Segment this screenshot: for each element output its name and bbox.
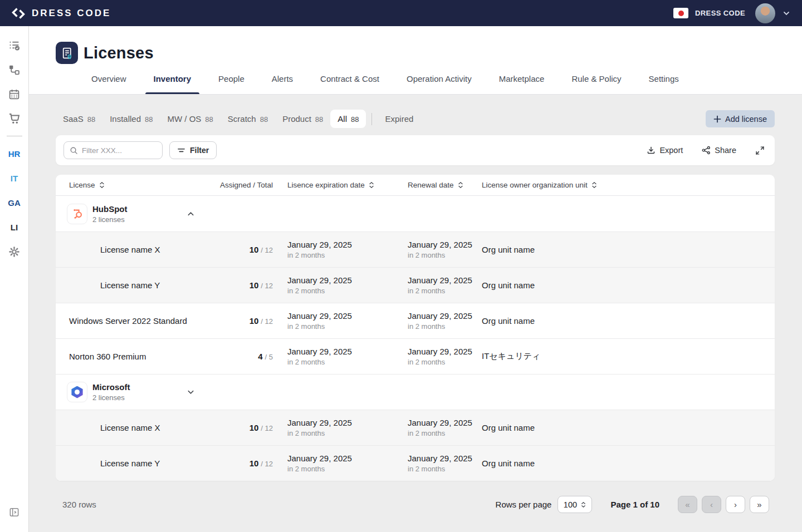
expiration-date: January 29, 2025in 2 months [273,454,407,473]
chevron-down-icon[interactable] [782,9,791,18]
org-unit: Org unit name [482,316,775,326]
vendor-name: HubSpot [92,204,127,214]
tab-alerts[interactable]: Alerts [263,73,301,94]
export-button[interactable]: Export [647,146,683,155]
assigned-total: 10/ 12 [212,423,273,432]
chevron-down-icon[interactable] [187,388,195,396]
plus-icon [713,115,721,123]
sidebar-module-ga[interactable]: GA [0,190,28,215]
tab-overview[interactable]: Overview [83,73,135,94]
expiration-date: January 29, 2025in 2 months [273,418,407,437]
table-toolbar: Filter Export Share [56,135,775,165]
tab-bar: Overview Inventory People Alerts Contrac… [56,73,802,94]
vendor-license-count: 2 licenses [92,215,127,224]
assigned-total: 10/ 12 [212,280,273,290]
table-row-license[interactable]: Norton 360 Premium 4/ 5 January 29, 2025… [56,338,775,374]
column-header-org-unit[interactable]: License owner organization unit [482,181,775,189]
vendor-name: Microsoft [92,382,130,392]
segment-scratch[interactable]: Scratch88 [221,110,275,128]
rows-per-page-select[interactable]: 100 [558,496,592,513]
vendor-license-count: 2 licenses [92,393,130,402]
org-switcher[interactable]: DRESS CODE [673,8,745,18]
tab-inventory[interactable]: Inventory [145,73,200,94]
assigned-total: 10/ 12 [212,459,273,468]
sidebar-module-li[interactable]: LI [0,215,28,239]
search-input[interactable] [82,146,157,155]
segment-divider [371,113,372,125]
segment-expired[interactable]: Expired [378,110,420,128]
table-row-license[interactable]: License name X 10/ 12 January 29, 2025in… [56,410,775,445]
hubspot-logo [67,204,87,224]
segment-mw-os[interactable]: MW / OS88 [160,110,221,128]
cart-icon[interactable] [0,106,28,131]
sort-icon [99,181,105,189]
sidebar-divider [7,136,22,136]
brand-name: DRESS CODE [32,8,111,19]
column-header-assigned-total: Assigned / Total [212,181,273,189]
tab-people[interactable]: People [210,73,253,94]
renewal-date: January 29, 2025in 2 months [407,347,482,366]
table-header-row: License Assigned / Total Lisence expirat… [56,175,775,196]
rows-per-page-label: Rows per page [496,500,552,509]
search-icon [70,146,78,155]
table-row-group-microsoft[interactable]: Microsoft 2 licenses [56,374,775,410]
sort-icon [457,181,464,189]
settings-gear-icon[interactable] [0,239,28,264]
share-button[interactable]: Share [702,146,736,155]
table-row-license[interactable]: License name Y 10/ 12 January 29, 2025in… [56,267,775,303]
segment-installed[interactable]: Installed88 [102,110,160,128]
task-list-icon[interactable] [0,33,28,57]
tab-settings[interactable]: Settings [640,73,687,94]
assigned-total: 10/ 12 [212,316,273,326]
segment-product[interactable]: Product88 [275,110,330,128]
table-row-license[interactable]: License name X 10/ 12 January 29, 2025in… [56,231,775,267]
segment-saas[interactable]: SaaS88 [56,110,102,128]
workflow-icon[interactable] [0,57,28,82]
filter-button[interactable]: Filter [169,141,217,159]
tab-operation-activity[interactable]: Operation Activity [398,73,480,94]
japan-flag-icon [673,8,688,18]
sidebar-module-hr[interactable]: HR [0,141,28,166]
filter-lines-icon [177,147,185,154]
expiration-date: January 29, 2025in 2 months [273,311,407,331]
renewal-date: January 29, 2025in 2 months [407,418,482,437]
add-license-button[interactable]: Add license [706,110,775,127]
table-row-group-hubspot[interactable]: HubSpot 2 licenses [56,196,775,231]
tab-marketplace[interactable]: Marketplace [491,73,553,94]
share-nodes-icon [702,146,711,155]
calendar-icon[interactable] [0,82,28,106]
org-unit: Org unit name [482,280,775,290]
tab-rule-policy[interactable]: Rule & Policy [563,73,629,94]
search-box[interactable] [63,141,163,159]
brand: DRESS CODE [11,6,111,21]
segment-all[interactable]: All88 [330,110,366,128]
microsoft-logo [67,382,87,402]
column-header-license[interactable]: License [56,181,212,189]
sort-icon [580,501,586,508]
inventory-segments: SaaS88 Installed88 MW / OS88 Scratch88 P… [56,110,420,128]
tab-contract-cost[interactable]: Contract & Cost [312,73,388,94]
chevron-up-icon[interactable] [187,210,195,218]
expiration-date: January 29, 2025in 2 months [273,275,407,295]
assigned-total: 4/ 5 [212,352,273,361]
org-unit: Org unit name [482,459,775,468]
first-page-button[interactable]: « [678,496,697,513]
renewal-date: January 29, 2025in 2 months [407,311,482,331]
sidebar-module-it[interactable]: IT [0,166,28,190]
avatar[interactable] [755,3,775,23]
collapse-sidebar-icon[interactable] [0,500,28,524]
fullscreen-expand-icon[interactable] [755,146,765,155]
last-page-button[interactable]: » [750,496,769,513]
licenses-table: License Assigned / Total Lisence expirat… [56,175,775,481]
column-header-expiration-date[interactable]: Lisence expiration date [273,181,407,189]
renewal-date: January 29, 2025in 2 months [407,275,482,295]
table-row-license[interactable]: Windows Server 2022 Standard 10/ 12 Janu… [56,303,775,338]
next-page-button[interactable]: › [726,496,745,513]
prev-page-button[interactable]: ‹ [702,496,721,513]
org-unit: Org unit name [482,423,775,432]
table-row-license[interactable]: License name Y 10/ 12 January 29, 2025in… [56,445,775,481]
rows-count: 320 rows [62,500,96,509]
expiration-date: January 29, 2025in 2 months [273,347,407,366]
topbar: DRESS CODE DRESS CODE [0,0,802,26]
column-header-renewal-date[interactable]: Renewal date [407,181,482,189]
